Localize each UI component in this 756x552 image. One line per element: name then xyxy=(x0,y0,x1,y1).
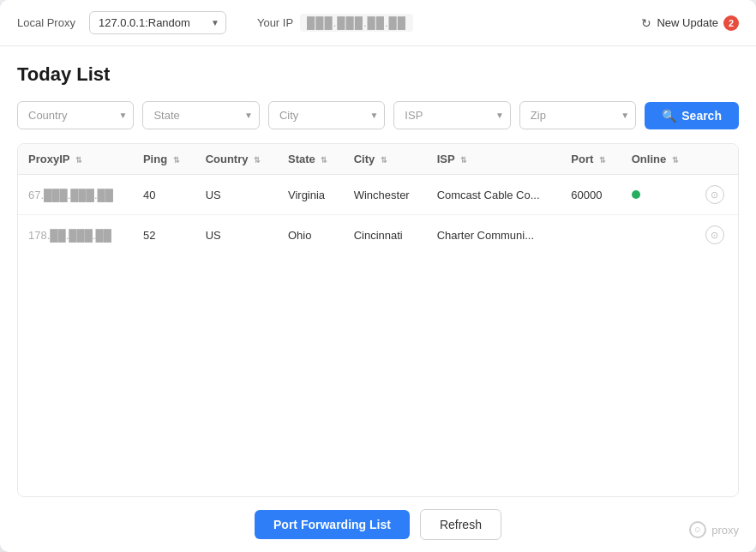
proxy-brand-icon: ⊙ xyxy=(689,521,706,538)
col-city: City ⇅ xyxy=(344,144,427,175)
new-update-button[interactable]: ↻ New Update 2 xyxy=(641,15,739,31)
city-filter-wrapper: City ▼ xyxy=(268,101,385,129)
sort-icon: ⇅ xyxy=(460,156,467,165)
search-label: Search xyxy=(681,109,722,123)
online-indicator xyxy=(632,190,640,199)
update-badge: 2 xyxy=(723,15,739,31)
col-country: Country ⇅ xyxy=(195,144,278,175)
zip-filter-wrapper: Zip ▼ xyxy=(519,101,636,129)
cell-isp: Charter Communi... xyxy=(427,215,561,255)
cell-state: Virginia xyxy=(278,175,344,215)
table-row: 67.███.███.██40USVirginiaWinchesterComca… xyxy=(18,175,738,215)
connect-button[interactable]: ⊙ xyxy=(705,225,724,244)
country-filter[interactable]: Country xyxy=(17,101,134,129)
col-state: State ⇅ xyxy=(278,144,344,175)
cell-port xyxy=(561,215,621,255)
cell-country: US xyxy=(195,215,278,255)
cell-online xyxy=(621,175,695,215)
local-proxy-label: Local Proxy xyxy=(17,16,75,29)
cell-proxyip: 178.██.███.██ xyxy=(18,215,133,255)
cell-city: Winchester xyxy=(344,175,427,215)
state-filter-wrapper: State ▼ xyxy=(142,101,259,129)
country-filter-wrapper: Country ▼ xyxy=(17,101,134,129)
col-action xyxy=(695,144,738,175)
topbar: Local Proxy 127.0.0.1:Random 127.0.0.1:8… xyxy=(0,0,756,46)
cell-state: Ohio xyxy=(278,215,344,255)
your-ip-label: Your IP xyxy=(257,16,293,29)
col-isp: ISP ⇅ xyxy=(427,144,561,175)
table-row: 178.██.███.██52USOhioCincinnatiCharter C… xyxy=(18,215,738,255)
main-content: Today List Country ▼ State ▼ City ▼ xyxy=(0,46,756,497)
app-window: Local Proxy 127.0.0.1:Random 127.0.0.1:8… xyxy=(0,0,756,552)
connect-button[interactable]: ⊙ xyxy=(705,185,724,204)
filter-row: Country ▼ State ▼ City ▼ ISP ▼ xyxy=(17,101,739,129)
sort-icon: ⇅ xyxy=(75,156,82,165)
isp-filter[interactable]: ISP xyxy=(393,101,510,129)
zip-filter[interactable]: Zip xyxy=(519,101,636,129)
sort-icon: ⇅ xyxy=(254,156,261,165)
cell-ping: 40 xyxy=(133,175,195,215)
state-filter[interactable]: State xyxy=(142,101,259,129)
proxy-select[interactable]: 127.0.0.1:Random 127.0.0.1:8080 127.0.0.… xyxy=(89,11,226,34)
col-online: Online ⇅ xyxy=(621,144,695,175)
proxy-brand: ⊙ proxy xyxy=(689,521,739,538)
isp-filter-wrapper: ISP ▼ xyxy=(393,101,510,129)
proxy-table: ProxyIP ⇅ Ping ⇅ Country ⇅ State xyxy=(18,144,738,255)
search-icon: 🔍 xyxy=(662,109,676,123)
port-forwarding-button[interactable]: Port Forwarding List xyxy=(255,510,410,539)
bottom-bar: Port Forwarding List Refresh ⊙ proxy xyxy=(0,497,756,552)
new-update-label: New Update xyxy=(657,16,718,29)
sort-icon: ⇅ xyxy=(321,156,327,165)
col-proxyip: ProxyIP ⇅ xyxy=(18,144,133,175)
cell-action: ⊙ xyxy=(695,175,738,215)
sort-icon: ⇅ xyxy=(381,156,387,165)
ip-value: ███.███.██.██ xyxy=(300,14,413,32)
cell-ping: 52 xyxy=(133,215,195,255)
cell-city: Cincinnati xyxy=(344,215,427,255)
refresh-button[interactable]: Refresh xyxy=(420,509,501,540)
city-filter[interactable]: City xyxy=(268,101,385,129)
col-port: Port ⇅ xyxy=(561,144,621,175)
search-button[interactable]: 🔍 Search xyxy=(645,102,739,129)
col-ping: Ping ⇅ xyxy=(133,144,195,175)
cell-isp: Comcast Cable Co... xyxy=(427,175,561,215)
proxy-table-container: ProxyIP ⇅ Ping ⇅ Country ⇅ State xyxy=(17,143,739,497)
your-ip-section: Your IP ███.███.██.██ xyxy=(257,14,413,32)
cell-proxyip: 67.███.███.██ xyxy=(18,175,133,215)
sort-icon: ⇅ xyxy=(173,156,180,165)
proxy-select-wrapper: 127.0.0.1:Random 127.0.0.1:8080 127.0.0.… xyxy=(89,11,226,34)
sort-icon: ⇅ xyxy=(672,156,679,165)
sort-icon: ⇅ xyxy=(599,156,606,165)
cell-country: US xyxy=(195,175,278,215)
refresh-icon: ↻ xyxy=(641,16,651,30)
page-title: Today List xyxy=(17,63,739,86)
table-header-row: ProxyIP ⇅ Ping ⇅ Country ⇅ State xyxy=(18,144,738,175)
cell-online xyxy=(621,215,695,255)
cell-action: ⊙ xyxy=(695,215,738,255)
cell-port: 60000 xyxy=(561,175,621,215)
proxy-brand-label: proxy xyxy=(711,524,739,537)
